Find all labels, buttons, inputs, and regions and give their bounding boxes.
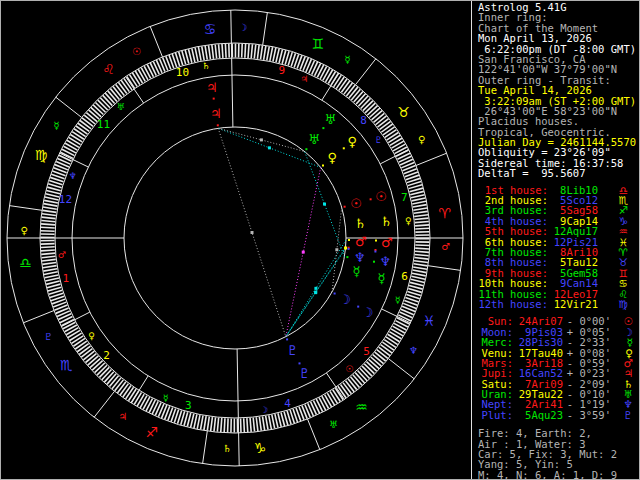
svg-text:♀: ♀ — [418, 134, 425, 145]
svg-text:3: 3 — [185, 399, 192, 412]
house-row: 10th house:9Can14♋ — [478, 278, 640, 288]
svg-text:♆: ♆ — [354, 250, 366, 265]
svg-text:♇: ♇ — [374, 135, 382, 145]
svg-text:☿: ☿ — [344, 54, 350, 65]
svg-text:♅: ♅ — [329, 419, 338, 430]
svg-text:♍: ♍ — [35, 147, 48, 163]
planet-velocity: - 2°33' — [563, 337, 611, 347]
svg-text:♌: ♌ — [102, 61, 115, 77]
svg-text:4: 4 — [284, 397, 291, 410]
house-sign-icon: ♍ — [598, 299, 640, 309]
svg-text:♐: ♐ — [146, 424, 159, 440]
svg-text:☿: ☿ — [377, 271, 385, 286]
svg-text:☉: ☉ — [132, 46, 141, 57]
svg-text:♒: ♒ — [355, 399, 368, 415]
svg-text:☿: ☿ — [395, 295, 401, 305]
svg-text:♀: ♀ — [405, 216, 412, 226]
svg-text:☽: ☽ — [339, 292, 351, 307]
info-line-8: Tue April 14, 2026 — [478, 85, 640, 95]
house-row: 12th house:12Vir21♍ — [478, 299, 640, 309]
summary-text: M: 4, N: 6, A: 1, D: 9 — [478, 470, 617, 480]
svg-text:♀: ♀ — [347, 134, 357, 149]
svg-text:♀: ♀ — [327, 150, 337, 165]
planet-velocity: - 3°59' — [563, 410, 611, 420]
svg-text:♀: ♀ — [88, 331, 95, 341]
house-cusp-value: 12Vir21 — [548, 299, 598, 309]
svg-text:♄: ♄ — [223, 443, 232, 454]
svg-text:☉: ☉ — [375, 189, 387, 204]
svg-text:♇: ♇ — [44, 331, 53, 342]
house-label: 12th house: — [478, 299, 548, 309]
svg-text:♄: ♄ — [354, 216, 366, 231]
house-label: 10th house: — [478, 278, 548, 288]
svg-text:♆: ♆ — [409, 345, 418, 356]
planet-row: Merc:28Pis30- 2°33'☿ — [478, 337, 640, 347]
planet-position-value: 5Aqu23 — [513, 410, 563, 420]
planet-position-value: 28Pis30 — [513, 337, 563, 347]
svg-text:1: 1 — [62, 272, 69, 285]
svg-text:♃: ♃ — [118, 411, 127, 422]
house-sign-icon: ♋ — [598, 278, 640, 288]
summary-line-4: M: 4, N: 6, A: 1, D: 9 — [478, 470, 640, 480]
svg-text:♎: ♎ — [19, 255, 32, 271]
svg-text:7: 7 — [401, 191, 408, 204]
svg-text:11: 11 — [97, 118, 110, 131]
info-line-3: Mon April 13, 2026 — [478, 33, 640, 43]
svg-text:♂: ♂ — [58, 250, 66, 260]
planet-icon: ♇ — [611, 410, 635, 420]
svg-text:♅: ♅ — [116, 102, 124, 112]
svg-text:☿: ☿ — [53, 120, 59, 131]
svg-text:☉: ☉ — [350, 196, 362, 211]
svg-text:☿: ☿ — [352, 264, 360, 279]
info-panel: Astrolog 5.41GInner ring:Chart of the Mo… — [471, 0, 640, 480]
svg-text:♃: ♃ — [206, 80, 218, 95]
svg-text:♆: ♆ — [379, 254, 391, 269]
planet-glyphs-inner: ☉☽☿♀♂♃♄♅♆♇ — [210, 106, 367, 358]
svg-text:☉: ☉ — [345, 364, 353, 374]
planet-label: Plut: — [478, 410, 513, 420]
svg-text:♉: ♉ — [398, 104, 411, 120]
svg-text:6: 6 — [401, 270, 408, 283]
planet-label: Merc: — [478, 337, 513, 347]
planet-icon: ☿ — [611, 337, 635, 347]
svg-text:8: 8 — [360, 114, 367, 127]
svg-text:♃: ♃ — [301, 74, 309, 84]
house-cusp-value: 9Can14 — [548, 278, 598, 288]
svg-text:♈: ♈ — [438, 205, 451, 221]
svg-text:♊: ♊ — [312, 36, 325, 52]
svg-text:♇: ♇ — [287, 343, 299, 358]
svg-text:♂: ♂ — [355, 234, 367, 249]
svg-text:♏: ♏ — [60, 357, 73, 373]
house-ring: 1♂2♀3☿4☽5☉6☿7♀8♇9♃10♄11♅12♆ — [7, 10, 463, 466]
svg-text:♋: ♋ — [204, 21, 217, 37]
svg-text:♅: ♅ — [324, 112, 336, 127]
planet-row: Plut:5Aqu23- 3°59'♇ — [478, 410, 640, 420]
svg-text:♑: ♑ — [254, 440, 267, 456]
svg-text:2: 2 — [103, 349, 110, 362]
svg-text:9: 9 — [278, 64, 285, 77]
svg-text:♂: ♂ — [381, 235, 393, 250]
svg-text:☽: ☽ — [260, 405, 268, 415]
svg-text:12: 12 — [59, 193, 72, 206]
svg-text:♆: ♆ — [68, 171, 76, 181]
astrolog-window: ♈♂♉♀♊☿♋☽♌☉♍☿♎♀♏♇♐♃♑♄♒♅♓♆1♂2♀3☿4☽5☉6☿7♀8♇… — [0, 0, 640, 480]
svg-text:☿: ☿ — [163, 393, 169, 403]
svg-text:♄: ♄ — [202, 61, 210, 71]
svg-text:♄: ♄ — [380, 214, 392, 229]
svg-text:♃: ♃ — [210, 106, 222, 121]
svg-text:♅: ♅ — [308, 132, 320, 147]
svg-text:☽: ☽ — [239, 22, 248, 33]
svg-text:♓: ♓ — [423, 313, 436, 329]
info-line-16: DeltaT = 95.5607 — [478, 168, 640, 178]
chart-wheel: ♈♂♉♀♊☿♋☽♌☉♍☿♎♀♏♇♐♃♑♄♒♅♓♆1♂2♀3☿4☽5☉6☿7♀8♇… — [0, 0, 470, 480]
svg-text:♇: ♇ — [299, 366, 311, 381]
svg-text:5: 5 — [363, 345, 370, 358]
svg-text:☽: ☽ — [362, 305, 374, 320]
svg-text:♀: ♀ — [21, 225, 28, 236]
info-text: Tue April 14, 2026 — [478, 85, 592, 95]
info-text: DeltaT = 95.5607 — [478, 168, 585, 178]
svg-text:10: 10 — [176, 66, 189, 79]
svg-text:♂: ♂ — [441, 241, 450, 252]
